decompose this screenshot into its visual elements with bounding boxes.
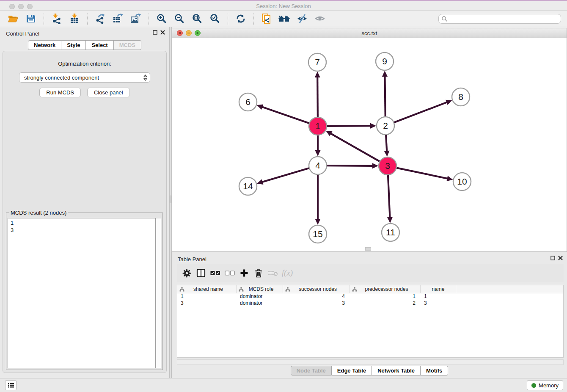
table-row[interactable]: 3 dominator 3 2 3 bbox=[177, 300, 563, 307]
float-panel-icon[interactable] bbox=[153, 30, 157, 35]
edge-2-8[interactable] bbox=[394, 102, 448, 122]
window-title: Session: New Session bbox=[0, 3, 567, 9]
deselect-all-icon[interactable] bbox=[223, 267, 237, 279]
column-header-name[interactable]: name bbox=[421, 285, 456, 293]
column-header-mcds-role[interactable]: MCDS role bbox=[237, 285, 283, 293]
export-table-icon[interactable] bbox=[112, 12, 124, 25]
add-icon[interactable] bbox=[237, 267, 251, 279]
tab-motifs[interactable]: Motifs bbox=[421, 366, 448, 375]
result-scrollbar[interactable] bbox=[156, 218, 161, 368]
node-label-4: 4 bbox=[315, 160, 320, 170]
cell-mcds-role[interactable]: dominator bbox=[237, 300, 283, 307]
close-panel-button[interactable]: Close panel bbox=[87, 88, 130, 97]
edge-arrowhead bbox=[382, 71, 388, 77]
cell-predecessor-nodes[interactable]: 1 bbox=[350, 293, 421, 300]
refresh-icon[interactable] bbox=[234, 12, 247, 25]
zoom-selected-icon[interactable] bbox=[209, 12, 221, 25]
float-panel-icon[interactable] bbox=[550, 256, 555, 260]
import-table-icon[interactable] bbox=[68, 12, 81, 25]
export-image-icon[interactable] bbox=[129, 12, 142, 25]
run-mcds-button[interactable]: Run MCDS bbox=[39, 88, 81, 97]
edge-2-3[interactable] bbox=[386, 135, 387, 152]
edge-3-1[interactable] bbox=[330, 133, 380, 162]
mcds-result-fieldset: MCDS result (2 nodes) 1 3 bbox=[6, 210, 163, 370]
tab-node-table[interactable]: Node Table bbox=[291, 366, 332, 375]
node-label-1: 1 bbox=[315, 121, 320, 131]
cell-predecessor-nodes[interactable]: 2 bbox=[350, 300, 421, 307]
cell-shared-name[interactable]: 3 bbox=[177, 300, 237, 307]
cell-name[interactable]: 3 bbox=[421, 300, 456, 307]
memory-button[interactable]: Memory bbox=[527, 380, 563, 390]
network-window-title: scc.txt bbox=[172, 30, 567, 36]
edge-2-9[interactable] bbox=[385, 76, 385, 117]
mcds-panel: Optimization criterion: strongly connect… bbox=[3, 51, 167, 373]
import-network-icon[interactable] bbox=[50, 12, 63, 25]
tab-edge-table[interactable]: Edge Table bbox=[332, 366, 372, 375]
duplicate-network-icon[interactable] bbox=[260, 12, 273, 25]
control-panel-tabs: Network Style Select MCDS bbox=[0, 40, 169, 50]
column-header-shared-name[interactable]: shared name bbox=[177, 285, 237, 293]
tab-network[interactable]: Network bbox=[28, 40, 61, 50]
main-toolbar bbox=[0, 11, 567, 27]
attribute-type-icon bbox=[239, 287, 244, 292]
edge-3-10[interactable] bbox=[396, 168, 448, 179]
node-label-14: 14 bbox=[243, 181, 253, 191]
function-icon[interactable]: f(x) bbox=[280, 267, 295, 279]
splitter-grip[interactable] bbox=[170, 196, 171, 203]
save-session-icon[interactable] bbox=[25, 12, 37, 25]
cell-successor-nodes[interactable]: 3 bbox=[283, 300, 350, 307]
home-icon[interactable] bbox=[278, 12, 291, 25]
node-label-15: 15 bbox=[313, 229, 322, 239]
node-label-9: 9 bbox=[382, 56, 387, 66]
table-tabs: Node Table Edge Table Network Table Moti… bbox=[172, 366, 567, 375]
cell-mcds-role[interactable]: dominator bbox=[237, 293, 283, 300]
network-graph[interactable]: 7968124314101511 bbox=[172, 38, 567, 251]
columns-icon[interactable] bbox=[194, 267, 208, 279]
search-input[interactable] bbox=[448, 16, 558, 22]
horizontal-splitter-grip[interactable] bbox=[365, 247, 371, 251]
cell-name[interactable]: 1 bbox=[421, 293, 456, 300]
show-graphics-icon[interactable] bbox=[314, 12, 326, 25]
task-history-button[interactable] bbox=[5, 380, 17, 390]
select-all-icon[interactable] bbox=[208, 267, 223, 279]
zoom-in-icon[interactable] bbox=[155, 12, 168, 25]
hide-graphics-icon[interactable] bbox=[296, 12, 308, 25]
criterion-dropdown[interactable]: strongly connected component bbox=[19, 72, 150, 83]
network-window-titlebar[interactable]: scc.txt bbox=[172, 28, 567, 38]
column-header-successor-nodes[interactable]: successor nodes bbox=[283, 285, 350, 293]
edge-arrowhead bbox=[257, 179, 263, 185]
search-field[interactable] bbox=[438, 14, 561, 24]
cell-successor-nodes[interactable]: 4 bbox=[283, 293, 350, 300]
cell-shared-name[interactable]: 1 bbox=[177, 293, 237, 300]
list-icon bbox=[8, 382, 14, 388]
edge-4-14[interactable] bbox=[262, 168, 309, 182]
table-panel: Table Panel f(x) bbox=[172, 253, 567, 377]
network-canvas[interactable]: 7968124314101511 bbox=[172, 38, 567, 251]
application-window: { "window": { "title": "Session: New Ses… bbox=[0, 0, 567, 392]
edge-1-7[interactable] bbox=[317, 77, 318, 117]
close-panel-icon[interactable] bbox=[558, 256, 563, 260]
column-header-predecessor-nodes[interactable]: predecessor nodes bbox=[350, 285, 421, 293]
result-line: 1 bbox=[11, 219, 153, 226]
table-row[interactable]: 1 dominator 4 1 1 bbox=[177, 293, 563, 300]
mcds-result-text[interactable]: 1 3 bbox=[8, 218, 156, 368]
edge-4-3[interactable] bbox=[327, 166, 373, 166]
delete-table-icon[interactable] bbox=[266, 267, 280, 279]
zoom-fit-icon[interactable] bbox=[191, 12, 204, 25]
close-panel-icon[interactable] bbox=[160, 30, 165, 35]
table-horizontal-scrollbar[interactable] bbox=[177, 359, 564, 365]
tab-select[interactable]: Select bbox=[86, 40, 113, 50]
delete-icon[interactable] bbox=[251, 267, 266, 279]
tab-network-table[interactable]: Network Table bbox=[372, 366, 421, 375]
memory-status-icon bbox=[531, 383, 536, 388]
toolbar-separator bbox=[44, 13, 44, 25]
zoom-out-icon[interactable] bbox=[173, 12, 186, 25]
tab-style[interactable]: Style bbox=[61, 40, 86, 50]
edge-1-6[interactable] bbox=[261, 107, 309, 123]
edge-3-11[interactable] bbox=[388, 175, 390, 218]
open-session-icon[interactable] bbox=[7, 12, 19, 25]
tab-mcds[interactable]: MCDS bbox=[114, 40, 141, 50]
edge-1-2[interactable] bbox=[327, 126, 371, 126]
export-network-icon[interactable] bbox=[94, 12, 107, 25]
gear-icon[interactable] bbox=[179, 267, 194, 279]
